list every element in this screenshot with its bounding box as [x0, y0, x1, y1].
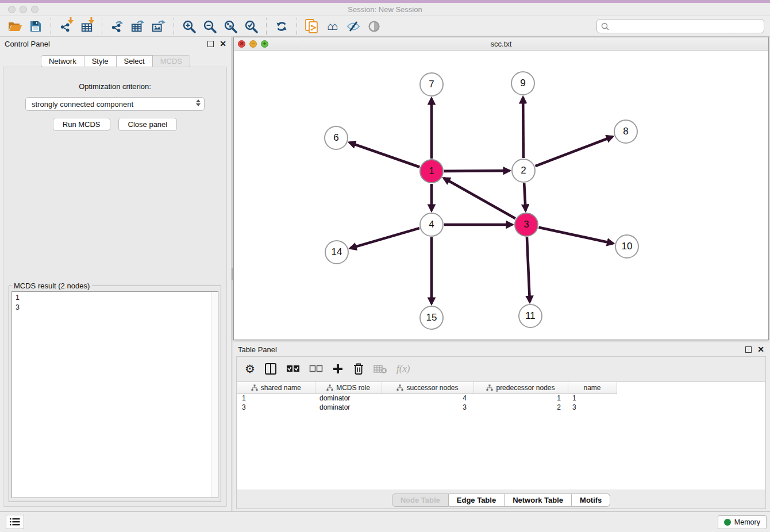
table-cell[interactable]: 1 [237, 394, 315, 403]
show-panels-icon[interactable] [365, 18, 383, 35]
tab-style[interactable]: Style [84, 55, 117, 67]
splitter-handle[interactable] [232, 268, 233, 280]
network-canvas[interactable]: 7968124314101511 [234, 51, 768, 340]
delete-row-icon[interactable] [353, 363, 364, 375]
column-header-name[interactable]: name [568, 382, 617, 394]
graph-edge-2-9[interactable] [523, 97, 523, 158]
mcds-result-list[interactable]: 1 3 [11, 291, 218, 498]
export-image-icon[interactable] [149, 18, 168, 35]
tab-mcds[interactable]: MCDS [153, 55, 190, 67]
tab-select[interactable]: Select [117, 55, 153, 67]
graph-edge-1-6[interactable] [349, 142, 419, 167]
tab-edge-table[interactable]: Edge Table [449, 494, 505, 507]
graph-edge-3-11[interactable] [527, 237, 530, 302]
clone-network-icon[interactable] [303, 18, 321, 35]
graph-edge-3-1[interactable] [444, 178, 515, 218]
graph-edge-3-10[interactable] [538, 228, 613, 244]
mcds-result-title: MCDS result (2 nodes) [11, 282, 92, 290]
graph-edge-4-14[interactable] [351, 228, 419, 248]
export-network-icon[interactable] [108, 18, 126, 35]
graph-edge-1-2[interactable] [444, 171, 510, 171]
run-mcds-button[interactable]: Run MCDS [53, 118, 110, 131]
show-columns-icon[interactable] [264, 363, 277, 375]
search-box[interactable] [596, 19, 764, 33]
delete-table-icon[interactable] [374, 364, 387, 374]
table-cell[interactable]: dominator [315, 394, 382, 403]
import-table-icon[interactable] [78, 18, 96, 35]
toolbar-separator [266, 18, 267, 35]
graph-node-11[interactable]: 11 [518, 304, 542, 328]
graph-node-10[interactable]: 10 [615, 234, 639, 259]
column-header-predecessor-nodes[interactable]: predecessor nodes [473, 382, 568, 394]
import-network-icon[interactable] [57, 18, 75, 35]
app-titlebar: Session: New Session [0, 3, 770, 16]
graph-node-8[interactable]: 8 [614, 119, 638, 144]
search-input[interactable] [610, 22, 764, 30]
function-builder-icon[interactable]: f(x) [396, 363, 410, 375]
table-cell[interactable]: 3 [382, 403, 473, 412]
zoom-selected-icon[interactable] [242, 18, 260, 35]
add-row-icon[interactable] [332, 363, 344, 375]
table-row[interactable]: 1dominator411 [237, 394, 617, 403]
table-cell[interactable]: 3 [568, 403, 617, 412]
column-header-successor-nodes[interactable]: successor nodes [382, 382, 473, 394]
graph-node-6[interactable]: 6 [324, 126, 348, 150]
graph-node-4[interactable]: 4 [419, 213, 444, 237]
minimize-network-icon[interactable]: − [249, 40, 257, 48]
table-row[interactable]: 3dominator323 [237, 403, 617, 412]
task-history-button[interactable] [6, 515, 24, 529]
zoom-fit-icon[interactable] [221, 18, 240, 35]
tab-motifs[interactable]: Motifs [572, 494, 610, 507]
export-table-icon[interactable] [129, 18, 147, 35]
graph-node-7[interactable]: 7 [419, 72, 444, 97]
graph-node-15[interactable]: 15 [419, 306, 444, 330]
save-icon[interactable] [26, 18, 45, 35]
table-panel-title: Table Panel [238, 345, 745, 354]
tab-network-table[interactable]: Network Table [505, 494, 572, 507]
network-window-titlebar[interactable]: ✕ − + scc.txt [234, 37, 768, 51]
result-scrollbar[interactable] [211, 292, 218, 498]
table-panel-header: Table Panel ✕ [233, 342, 769, 356]
graph-edge-2-8[interactable] [536, 137, 613, 166]
memory-button[interactable]: Memory [718, 515, 767, 529]
open-folder-icon[interactable] [6, 18, 24, 35]
column-header-shared-name[interactable]: shared name [237, 382, 315, 394]
criterion-select[interactable]: strongly connected component [25, 97, 205, 111]
tab-network[interactable]: Network [41, 55, 84, 67]
toolbar-separator [51, 18, 51, 35]
zoom-out-icon[interactable] [201, 18, 219, 35]
control-panel-header: Control Panel ✕ [0, 37, 231, 51]
float-table-panel-icon[interactable] [745, 346, 752, 353]
table-cell[interactable]: 1 [568, 394, 617, 403]
close-panel-icon[interactable]: ✕ [220, 41, 226, 47]
close-table-panel-icon[interactable]: ✕ [757, 346, 764, 353]
table-cell[interactable]: dominator [315, 403, 382, 412]
graph-node-1[interactable]: 1 [419, 159, 444, 183]
table-cell[interactable]: 3 [237, 403, 315, 412]
zoom-in-icon[interactable] [180, 18, 198, 35]
graph-edge-2-3[interactable] [524, 183, 526, 211]
list-icon [10, 518, 20, 526]
tab-node-table[interactable]: Node Table [392, 494, 449, 507]
graph-node-2[interactable]: 2 [511, 159, 536, 183]
maximize-network-icon[interactable]: + [261, 40, 268, 48]
select-all-columns-icon[interactable] [286, 365, 300, 373]
close-panel-button[interactable]: Close panel [118, 118, 178, 131]
network-view-window: ✕ − + scc.txt 7968124314101511 [233, 37, 769, 340]
close-network-icon[interactable]: ✕ [238, 40, 245, 48]
hide-panels-icon[interactable] [344, 18, 363, 35]
unselect-all-columns-icon[interactable] [309, 365, 323, 373]
float-panel-icon[interactable] [207, 41, 214, 47]
refresh-icon[interactable] [272, 18, 291, 35]
home-icon[interactable]: ⌂⌂ [324, 18, 342, 35]
control-panel: Control Panel ✕ NetworkStyleSelectMCDS O… [0, 37, 231, 511]
toolbar-separator [174, 18, 174, 35]
table-cell[interactable]: 4 [382, 394, 473, 403]
table-cell[interactable]: 1 [473, 394, 568, 403]
column-header-MCDS-role[interactable]: MCDS role [315, 382, 382, 394]
graph-node-14[interactable]: 14 [325, 240, 349, 264]
graph-node-9[interactable]: 9 [511, 71, 535, 95]
table-cell[interactable]: 2 [473, 403, 568, 412]
settings-gear-icon[interactable]: ⚙ [245, 363, 255, 375]
graph-node-3[interactable]: 3 [514, 213, 538, 237]
